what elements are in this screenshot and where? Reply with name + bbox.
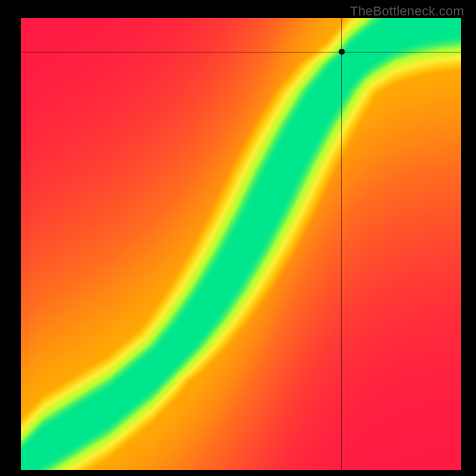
heatmap-plot [21,18,461,470]
heatmap-canvas [21,18,461,470]
watermark-text: TheBottleneck.com [350,4,464,19]
chart-container: TheBottleneck.com [0,0,476,476]
